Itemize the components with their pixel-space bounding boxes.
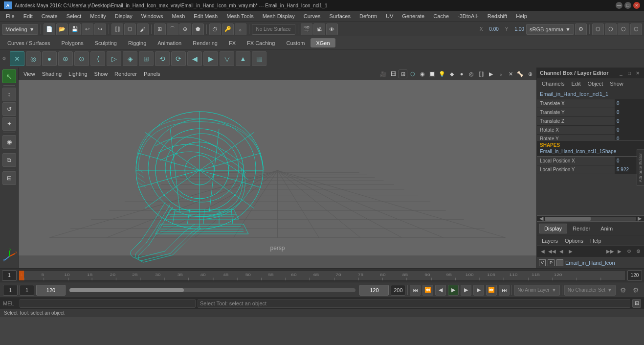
menu-item-display[interactable]: Display <box>111 12 136 20</box>
vp-texture-icon[interactable]: 🔲 <box>428 69 437 78</box>
range-slider[interactable] <box>69 288 355 292</box>
prev-key-btn[interactable]: ⏪ <box>422 285 433 296</box>
module-dropdown[interactable]: Modeling ▼ <box>2 24 38 35</box>
vp-shadow-icon[interactable]: ◆ <box>447 69 456 78</box>
menu-item-help[interactable]: Help <box>512 12 531 20</box>
vp-cam-icon[interactable]: 🎥 <box>379 69 388 78</box>
display-tab[interactable]: Display <box>539 224 567 233</box>
play-fwd-btn[interactable]: ▶ <box>461 285 471 296</box>
shelf-tool-6[interactable]: ▷ <box>107 51 121 66</box>
playback-settings-icon[interactable]: ⚙ <box>618 285 628 296</box>
scroll-track[interactable] <box>545 217 636 221</box>
paint-sel-btn[interactable]: 🖌 <box>137 23 149 35</box>
menu-item-redshift[interactable]: Redshift <box>484 12 511 20</box>
vp-isolate-icon[interactable]: ⬦ <box>496 69 505 78</box>
history-btn[interactable]: ⏱ <box>209 23 221 35</box>
start-frame-display[interactable]: 1 <box>20 285 34 296</box>
open-btn[interactable]: 📂 <box>56 23 68 35</box>
maximize-button[interactable]: □ <box>624 2 631 9</box>
layer-back-btn[interactable]: ◀ <box>557 248 565 255</box>
layer-playback-btn[interactable]: P <box>548 259 555 266</box>
shelf-tool-4[interactable]: ⊙ <box>74 51 89 66</box>
shelf-tool-12[interactable]: ▶ <box>203 51 218 66</box>
no-anim-layer-dropdown[interactable]: No Anim Layer ▼ <box>514 285 560 296</box>
layers-menu-item[interactable]: Layers <box>539 237 561 245</box>
shelf-tool-11[interactable]: ◀ <box>187 51 202 66</box>
menu-item-edit[interactable]: Edit <box>20 12 37 20</box>
timeline-start-frame[interactable]: 1 <box>2 270 17 281</box>
layer-add-btn[interactable]: ◀ <box>539 248 547 255</box>
shelf-tool-15[interactable]: ▦ <box>252 51 266 66</box>
rp-maximize-icon[interactable]: □ <box>626 69 633 76</box>
rp-close-icon[interactable]: ✕ <box>634 69 641 76</box>
play-back-btn[interactable]: ▶ <box>448 285 459 296</box>
module-tab-xgen[interactable]: XGen <box>311 38 335 47</box>
soft-mod-btn[interactable]: ◉ <box>2 135 16 149</box>
shelf-tool-9[interactable]: ⟲ <box>155 51 170 66</box>
layer-end-btn[interactable]: ▶ <box>616 248 623 255</box>
scale-tool-btn[interactable]: ✦ <box>2 117 16 131</box>
menu-item-create[interactable]: Create <box>38 12 62 20</box>
render-view-btn[interactable]: 👁 <box>326 23 338 35</box>
render-tab[interactable]: Render <box>568 224 595 233</box>
vp-light-icon[interactable]: 💡 <box>438 69 446 78</box>
current-frame-display[interactable]: 1 <box>3 285 18 296</box>
vp-ao-icon[interactable]: ● <box>457 69 466 78</box>
menu-item-uv[interactable]: UV <box>382 12 397 20</box>
redo-btn[interactable]: ↪ <box>94 23 106 35</box>
menu-item-mesh-display[interactable]: Mesh Display <box>259 12 299 20</box>
vp-xray-bone-icon[interactable]: 🦴 <box>516 69 525 78</box>
module-tab-fx[interactable]: FX <box>223 38 241 47</box>
move-tool-btn[interactable]: ↕ <box>2 88 16 101</box>
shelf-tool-0[interactable]: ✕ <box>10 51 24 66</box>
menu-item-curves[interactable]: Curves <box>300 12 325 20</box>
channel-translate-y[interactable]: Translate Y 0 <box>537 108 644 117</box>
shelf-tool-8[interactable]: ⊞ <box>139 51 154 66</box>
edit-menu[interactable]: Edit <box>568 80 583 88</box>
menu-item-deform[interactable]: Deform <box>355 12 381 20</box>
vp-grid-icon[interactable]: ⊞ <box>399 69 407 78</box>
panels-menu[interactable]: Panels <box>141 70 163 78</box>
playback-extra-icon[interactable]: ⚙ <box>630 285 641 296</box>
channel-local-pos-x[interactable]: Local Position X 0 <box>537 157 644 165</box>
menu-item-generate[interactable]: Generate <box>398 12 428 20</box>
module-tab-fx-caching[interactable]: FX Caching <box>242 38 280 47</box>
snap-grid-btn[interactable]: ⊞ <box>154 23 166 35</box>
vp-dof-icon[interactable]: ◎ <box>467 69 476 78</box>
select-tool-btn[interactable]: ↖ <box>2 69 16 83</box>
undo-btn[interactable]: ↩ <box>82 23 93 35</box>
layer-next-btn[interactable]: ▶▶ <box>606 248 614 255</box>
range-slider-thumb[interactable] <box>69 288 184 292</box>
render-icons[interactable]: ⬡ <box>592 23 604 35</box>
render-icons2[interactable]: ⬡ <box>605 23 617 35</box>
timeline-track[interactable]: 1 5 10 15 20 25 30 35 40 45 50 55 60 <box>19 270 625 281</box>
step-fwd-btn[interactable]: ▶ <box>473 285 484 296</box>
shelf-tool-10[interactable]: ⟳ <box>171 51 186 66</box>
render-seq-btn[interactable]: 📽 <box>313 23 325 35</box>
help-menu-item[interactable]: Help <box>587 237 604 245</box>
channel-local-pos-y[interactable]: Local Position Y 5.922 <box>537 165 644 174</box>
snap-curve-btn[interactable]: ⌒ <box>167 23 178 35</box>
range-start-input[interactable]: 120 <box>36 285 66 296</box>
module-tab-rendering[interactable]: Rendering <box>187 38 223 47</box>
module-tab-sculpting[interactable]: Sculpting <box>89 38 122 47</box>
command-input[interactable] <box>20 299 196 308</box>
menu-item-windows[interactable]: Windows <box>137 12 167 20</box>
viewport-canvas[interactable]: persp <box>19 68 536 255</box>
view-menu[interactable]: View <box>21 70 38 78</box>
menu-item-file[interactable]: File <box>2 12 19 20</box>
menu-item-cache[interactable]: Cache <box>429 12 453 20</box>
show-manip-btn[interactable]: ⧉ <box>2 153 16 167</box>
vp-film-icon[interactable]: 🎞 <box>389 69 398 78</box>
shading-menu[interactable]: Shading <box>39 70 65 78</box>
lasso-btn[interactable]: ⬡ <box>124 23 136 35</box>
rp-minimize-icon[interactable]: _ <box>618 69 624 76</box>
step-back-btn[interactable]: ◀ <box>435 285 446 296</box>
menu-item-edit-mesh[interactable]: Edit Mesh <box>190 12 222 20</box>
channel-scrollbar[interactable]: ◀ ▶ <box>537 215 644 221</box>
menu-item-mesh-tools[interactable]: Mesh Tools <box>222 12 257 20</box>
module-tab-polygons[interactable]: Polygons <box>56 38 89 47</box>
close-button[interactable]: ✕ <box>633 2 640 9</box>
save-btn[interactable]: 💾 <box>69 23 81 35</box>
channel-translate-z[interactable]: Translate Z 0 <box>537 117 644 126</box>
